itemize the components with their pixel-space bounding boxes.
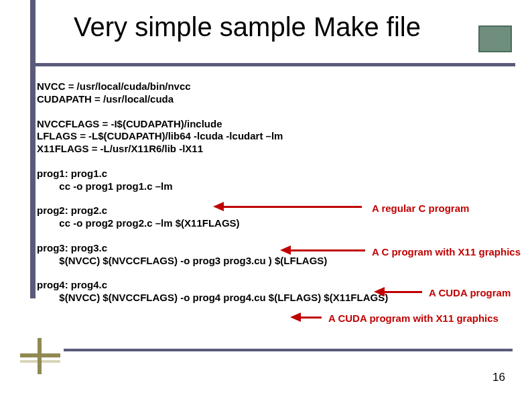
annot-prog4: A CUDA program with X11 graphics xyxy=(328,312,498,324)
line-lflags: LFLAGS = -L$(CUDAPATH)/lib64 -lcuda -lcu… xyxy=(37,130,388,143)
line-nvccflags: NVCCFLAGS = -I$(CUDAPATH)/include xyxy=(37,118,388,131)
cmd-prog3: $(NVCC) $(NVCCFLAGS) -o prog3 prog3.cu )… xyxy=(37,255,388,268)
annot-prog2: A C program with X11 graphics xyxy=(372,246,521,258)
footer-rule xyxy=(64,349,513,351)
line-x11flags: X11FLAGS = -L/usr/X11R6/lib -lX11 xyxy=(37,143,388,156)
vars-block-1: NVCC = /usr/local/cuda/bin/nvcc CUDAPATH… xyxy=(37,80,388,106)
title-decor-box xyxy=(478,25,512,52)
line-nvcc: NVCC = /usr/local/cuda/bin/nvcc xyxy=(37,80,388,93)
rule-prog4: prog4: prog4.c xyxy=(37,279,388,292)
annot-prog1: A regular C program xyxy=(372,203,469,214)
rule-prog3: prog3: prog3.c xyxy=(37,242,388,255)
cmd-prog4: $(NVCC) $(NVCCFLAGS) -o prog4 prog4.cu $… xyxy=(37,292,388,304)
annot-prog3: A CUDA program xyxy=(429,287,511,298)
target-prog1: prog1: prog1.c cc -o prog1 prog1.c –lm xyxy=(37,168,388,193)
target-prog3: prog3: prog3.c $(NVCC) $(NVCCFLAGS) -o p… xyxy=(37,242,388,268)
vars-block-2: NVCCFLAGS = -I$(CUDAPATH)/include LFLAGS… xyxy=(37,118,388,156)
line-cudapath: CUDAPATH = /usr/local/cuda xyxy=(37,93,388,106)
makefile-content: NVCC = /usr/local/cuda/bin/nvcc CUDAPATH… xyxy=(37,80,388,317)
left-rule xyxy=(30,0,36,298)
cmd-prog1: cc -o prog1 prog1.c –lm xyxy=(37,180,388,193)
page-number: 16 xyxy=(492,371,505,384)
header-underline xyxy=(33,63,515,66)
decor-cross-vertical xyxy=(38,338,42,374)
rule-prog1: prog1: prog1.c xyxy=(37,168,388,180)
cmd-prog2: cc -o prog2 prog2.c –lm $(X11FLAGS) xyxy=(37,217,388,230)
target-prog4: prog4: prog4.c $(NVCC) $(NVCCFLAGS) -o p… xyxy=(37,279,388,304)
slide-title: Very simple sample Make file xyxy=(74,12,421,42)
